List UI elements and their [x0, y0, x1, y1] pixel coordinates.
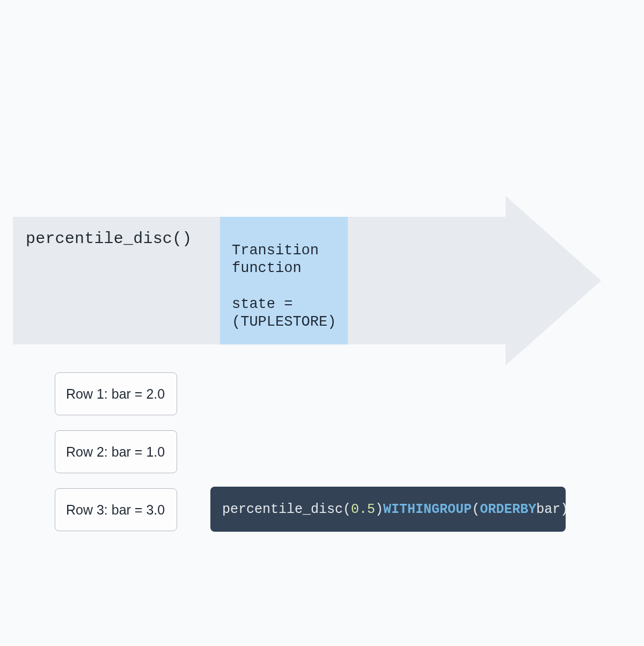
row-label: Row 3: bar = 3.0	[66, 502, 165, 518]
transition-state-1: state =	[232, 296, 336, 313]
code-close2: )	[560, 502, 568, 517]
code-fn: percentile_disc	[222, 502, 343, 517]
code-arg: 0.5	[351, 502, 375, 517]
transition-state-2: (TUPLESTORE)	[232, 314, 336, 331]
data-row: Row 2: bar = 1.0	[55, 430, 177, 473]
row-label: Row 2: bar = 1.0	[66, 444, 165, 460]
data-row: Row 1: bar = 2.0	[55, 372, 177, 415]
data-row: Row 3: bar = 3.0	[55, 488, 177, 531]
transition-function-box: Transition function state = (TUPLESTORE)	[220, 217, 348, 344]
code-order: ORDER	[480, 502, 520, 517]
function-title: percentile_disc()	[26, 230, 192, 248]
code-open: (	[343, 502, 351, 517]
code-by: BY	[520, 502, 536, 517]
process-arrow: percentile_disc() Transition function st…	[13, 217, 507, 344]
arrow-head-icon	[506, 196, 601, 365]
code-group: GROUP	[431, 502, 472, 517]
code-ident: bar	[536, 502, 560, 517]
row-label: Row 1: bar = 2.0	[66, 386, 165, 402]
sql-expression: percentile_disc(0.5) WITHIN GROUP (ORDER…	[210, 487, 566, 532]
code-within: WITHIN	[383, 502, 431, 517]
transition-line-2: function	[232, 260, 336, 277]
code-open2: (	[472, 502, 480, 517]
transition-line-1: Transition	[232, 243, 336, 259]
code-close: )	[375, 502, 383, 517]
